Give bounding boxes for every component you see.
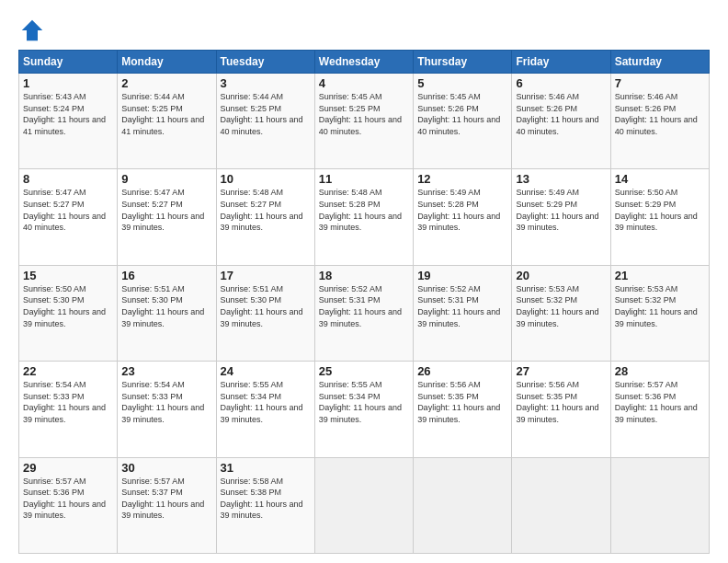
day-cell: 22Sunrise: 5:54 AM Sunset: 5:33 PM Dayli… xyxy=(19,362,118,457)
day-number: 19 xyxy=(417,269,507,282)
day-cell: 21Sunrise: 5:53 AM Sunset: 5:32 PM Dayli… xyxy=(610,265,709,361)
day-cell xyxy=(314,457,413,553)
day-cell: 19Sunrise: 5:52 AM Sunset: 5:31 PM Dayli… xyxy=(414,265,512,361)
day-number: 21 xyxy=(615,269,705,282)
day-cell: 26Sunrise: 5:56 AM Sunset: 5:35 PM Dayli… xyxy=(414,362,512,457)
day-info: Sunrise: 5:50 AM Sunset: 5:30 PM Dayligh… xyxy=(23,283,113,329)
day-number: 2 xyxy=(121,76,211,90)
day-cell: 30Sunrise: 5:57 AM Sunset: 5:37 PM Dayli… xyxy=(118,457,216,553)
day-number: 4 xyxy=(319,76,409,90)
day-cell: 23Sunrise: 5:54 AM Sunset: 5:33 PM Dayli… xyxy=(118,362,216,457)
day-info: Sunrise: 5:45 AM Sunset: 5:25 PM Dayligh… xyxy=(319,91,409,137)
logo-icon xyxy=(18,17,46,44)
day-number: 18 xyxy=(319,269,409,282)
day-cell xyxy=(512,457,610,553)
day-cell xyxy=(610,457,709,553)
day-cell: 8Sunrise: 5:47 AM Sunset: 5:27 PM Daylig… xyxy=(19,169,118,265)
day-number: 30 xyxy=(121,461,211,475)
day-info: Sunrise: 5:45 AM Sunset: 5:26 PM Dayligh… xyxy=(417,91,507,137)
header-day-tuesday: Tuesday xyxy=(216,51,314,74)
day-info: Sunrise: 5:48 AM Sunset: 5:27 PM Dayligh… xyxy=(221,187,311,233)
day-number: 27 xyxy=(516,364,606,378)
day-number: 15 xyxy=(23,269,113,282)
logo xyxy=(18,17,50,44)
day-cell: 14Sunrise: 5:50 AM Sunset: 5:29 PM Dayli… xyxy=(610,169,709,265)
day-number: 11 xyxy=(319,172,409,186)
day-number: 16 xyxy=(121,269,211,282)
day-info: Sunrise: 5:52 AM Sunset: 5:31 PM Dayligh… xyxy=(319,283,409,329)
day-number: 10 xyxy=(221,172,311,186)
day-info: Sunrise: 5:58 AM Sunset: 5:38 PM Dayligh… xyxy=(221,476,311,522)
calendar-header: SundayMondayTuesdayWednesdayThursdayFrid… xyxy=(19,51,710,74)
day-info: Sunrise: 5:57 AM Sunset: 5:36 PM Dayligh… xyxy=(23,476,113,522)
day-info: Sunrise: 5:51 AM Sunset: 5:30 PM Dayligh… xyxy=(121,283,211,329)
header-day-friday: Friday xyxy=(512,51,610,74)
day-cell: 7Sunrise: 5:46 AM Sunset: 5:26 PM Daylig… xyxy=(610,74,709,169)
day-number: 3 xyxy=(221,76,311,90)
day-info: Sunrise: 5:47 AM Sunset: 5:27 PM Dayligh… xyxy=(121,187,211,233)
calendar: SundayMondayTuesdayWednesdayThursdayFrid… xyxy=(18,50,710,554)
day-cell: 27Sunrise: 5:56 AM Sunset: 5:35 PM Dayli… xyxy=(512,362,610,457)
day-number: 5 xyxy=(417,76,507,90)
day-info: Sunrise: 5:56 AM Sunset: 5:35 PM Dayligh… xyxy=(516,379,606,425)
day-cell: 3Sunrise: 5:44 AM Sunset: 5:25 PM Daylig… xyxy=(216,74,314,169)
day-cell xyxy=(414,457,512,553)
day-info: Sunrise: 5:44 AM Sunset: 5:25 PM Dayligh… xyxy=(221,91,311,137)
day-number: 28 xyxy=(615,364,705,378)
day-number: 12 xyxy=(417,172,507,186)
day-number: 29 xyxy=(23,461,113,475)
header-day-sunday: Sunday xyxy=(19,51,118,74)
week-row-2: 8Sunrise: 5:47 AM Sunset: 5:27 PM Daylig… xyxy=(19,169,710,265)
day-number: 8 xyxy=(23,172,113,186)
day-number: 22 xyxy=(23,364,113,378)
day-cell: 10Sunrise: 5:48 AM Sunset: 5:27 PM Dayli… xyxy=(216,169,314,265)
day-info: Sunrise: 5:51 AM Sunset: 5:30 PM Dayligh… xyxy=(221,283,311,329)
day-info: Sunrise: 5:57 AM Sunset: 5:37 PM Dayligh… xyxy=(121,476,211,522)
day-cell: 4Sunrise: 5:45 AM Sunset: 5:25 PM Daylig… xyxy=(314,74,413,169)
day-number: 1 xyxy=(23,76,113,90)
day-info: Sunrise: 5:44 AM Sunset: 5:25 PM Dayligh… xyxy=(121,91,211,137)
day-cell: 29Sunrise: 5:57 AM Sunset: 5:36 PM Dayli… xyxy=(19,457,118,553)
day-info: Sunrise: 5:53 AM Sunset: 5:32 PM Dayligh… xyxy=(516,283,606,329)
week-row-3: 15Sunrise: 5:50 AM Sunset: 5:30 PM Dayli… xyxy=(19,265,710,361)
header-row: SundayMondayTuesdayWednesdayThursdayFrid… xyxy=(19,51,710,74)
header-day-monday: Monday xyxy=(118,51,216,74)
day-info: Sunrise: 5:54 AM Sunset: 5:33 PM Dayligh… xyxy=(121,379,211,425)
day-number: 31 xyxy=(221,461,311,475)
day-cell: 24Sunrise: 5:55 AM Sunset: 5:34 PM Dayli… xyxy=(216,362,314,457)
day-cell: 28Sunrise: 5:57 AM Sunset: 5:36 PM Dayli… xyxy=(610,362,709,457)
day-cell: 18Sunrise: 5:52 AM Sunset: 5:31 PM Dayli… xyxy=(314,265,413,361)
day-info: Sunrise: 5:50 AM Sunset: 5:29 PM Dayligh… xyxy=(615,187,705,233)
day-info: Sunrise: 5:53 AM Sunset: 5:32 PM Dayligh… xyxy=(615,283,705,329)
day-number: 6 xyxy=(516,76,606,90)
day-number: 13 xyxy=(516,172,606,186)
day-cell: 13Sunrise: 5:49 AM Sunset: 5:29 PM Dayli… xyxy=(512,169,610,265)
day-info: Sunrise: 5:49 AM Sunset: 5:29 PM Dayligh… xyxy=(516,187,606,233)
day-info: Sunrise: 5:47 AM Sunset: 5:27 PM Dayligh… xyxy=(23,187,113,233)
day-number: 14 xyxy=(615,172,705,186)
day-cell: 2Sunrise: 5:44 AM Sunset: 5:25 PM Daylig… xyxy=(118,74,216,169)
header-day-wednesday: Wednesday xyxy=(314,51,413,74)
day-cell: 15Sunrise: 5:50 AM Sunset: 5:30 PM Dayli… xyxy=(19,265,118,361)
day-info: Sunrise: 5:46 AM Sunset: 5:26 PM Dayligh… xyxy=(615,91,705,137)
calendar-body: 1Sunrise: 5:43 AM Sunset: 5:24 PM Daylig… xyxy=(19,74,710,554)
day-cell: 5Sunrise: 5:45 AM Sunset: 5:26 PM Daylig… xyxy=(414,74,512,169)
day-info: Sunrise: 5:43 AM Sunset: 5:24 PM Dayligh… xyxy=(23,91,113,137)
day-cell: 1Sunrise: 5:43 AM Sunset: 5:24 PM Daylig… xyxy=(19,74,118,169)
week-row-1: 1Sunrise: 5:43 AM Sunset: 5:24 PM Daylig… xyxy=(19,74,710,169)
day-info: Sunrise: 5:55 AM Sunset: 5:34 PM Dayligh… xyxy=(319,379,409,425)
day-number: 26 xyxy=(417,364,507,378)
day-number: 24 xyxy=(221,364,311,378)
day-cell: 31Sunrise: 5:58 AM Sunset: 5:38 PM Dayli… xyxy=(216,457,314,553)
day-info: Sunrise: 5:48 AM Sunset: 5:28 PM Dayligh… xyxy=(319,187,409,233)
day-info: Sunrise: 5:49 AM Sunset: 5:28 PM Dayligh… xyxy=(417,187,507,233)
day-info: Sunrise: 5:55 AM Sunset: 5:34 PM Dayligh… xyxy=(221,379,311,425)
page: SundayMondayTuesdayWednesdayThursdayFrid… xyxy=(0,0,728,563)
header xyxy=(18,17,710,44)
week-row-5: 29Sunrise: 5:57 AM Sunset: 5:36 PM Dayli… xyxy=(19,457,710,553)
day-cell: 6Sunrise: 5:46 AM Sunset: 5:26 PM Daylig… xyxy=(512,74,610,169)
day-cell: 9Sunrise: 5:47 AM Sunset: 5:27 PM Daylig… xyxy=(118,169,216,265)
day-info: Sunrise: 5:56 AM Sunset: 5:35 PM Dayligh… xyxy=(417,379,507,425)
day-number: 7 xyxy=(615,76,705,90)
day-number: 25 xyxy=(319,364,409,378)
